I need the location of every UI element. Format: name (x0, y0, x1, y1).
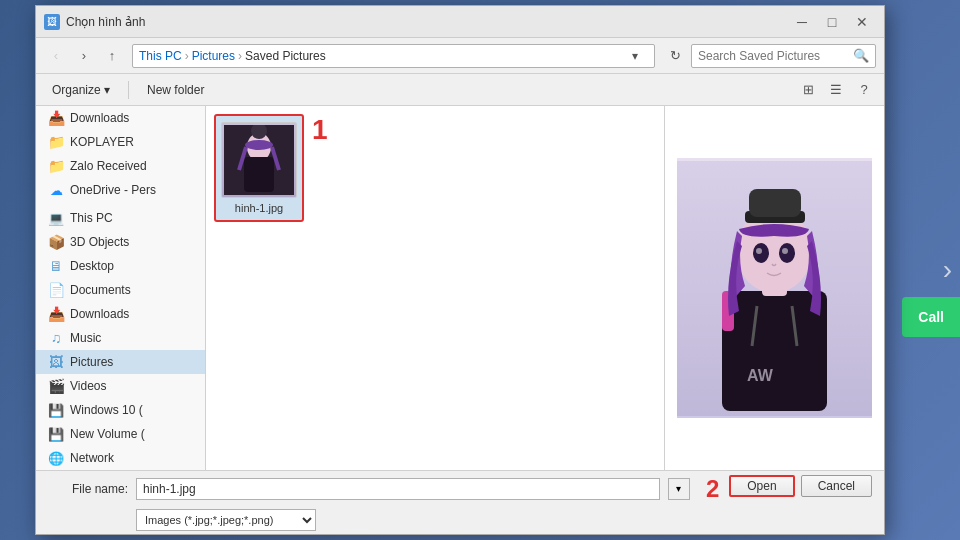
sidebar-label-desktop: Desktop (70, 259, 114, 273)
action-buttons: 2 Open Cancel (706, 475, 872, 503)
folder-icon: 📁 (48, 134, 64, 150)
sidebar-label-koplayer: KOPLAYER (70, 135, 134, 149)
help-button[interactable]: ? (852, 78, 876, 102)
folder-icon: 📁 (48, 158, 64, 174)
sidebar-item-3d-objects[interactable]: 📦 3D Objects (36, 230, 205, 254)
sidebar-label-onedrive: OneDrive - Pers (70, 183, 156, 197)
layout-button[interactable]: ☰ (824, 78, 848, 102)
filetype-select[interactable]: Images (*.jpg;*.jpeg;*.png) (136, 509, 316, 531)
back-button[interactable]: ‹ (44, 44, 68, 68)
open-button[interactable]: Open (729, 475, 794, 497)
title-bar: 🖼 Chọn hình ảnh ─ □ ✕ (36, 6, 884, 38)
list-item[interactable]: hinh-1.jpg (214, 114, 304, 222)
svg-point-20 (782, 248, 788, 254)
filename-dropdown-icon[interactable]: ▾ (668, 478, 690, 500)
filename-input[interactable] (136, 478, 660, 500)
right-arrow-icon[interactable]: › (943, 254, 952, 286)
up-button[interactable]: ↑ (100, 44, 124, 68)
cloud-icon: ☁ (48, 182, 64, 198)
preview-area: AW (664, 106, 884, 470)
search-input[interactable] (698, 49, 853, 63)
file-dialog: 🖼 Chọn hình ảnh ─ □ ✕ ‹ › ↑ This PC › Pi… (35, 5, 885, 535)
downloads-icon: 📥 (48, 306, 64, 322)
sidebar-label-network: Network (70, 451, 114, 465)
close-button[interactable]: ✕ (848, 11, 876, 33)
sidebar-item-music[interactable]: ♫ Music (36, 326, 205, 350)
maximize-button[interactable]: □ (818, 11, 846, 33)
toolbar-separator (128, 81, 129, 99)
address-bar[interactable]: This PC › Pictures › Saved Pictures ▾ (132, 44, 655, 68)
main-content: 📥 Downloads 📁 KOPLAYER 📁 Zalo Received ☁… (36, 106, 884, 470)
annotation-1: 1 (312, 114, 328, 146)
sidebar-label-downloads: Downloads (70, 307, 129, 321)
sidebar-item-this-pc[interactable]: 💻 This PC (36, 206, 205, 230)
bottom-bar: File name: ▾ 2 Open Cancel Images (*.jpg… (36, 470, 884, 534)
anime-preview: AW (677, 158, 872, 418)
sidebar-label-pictures: Pictures (70, 355, 113, 369)
sidebar-item-koplayer[interactable]: 📁 KOPLAYER (36, 130, 205, 154)
new-folder-button[interactable]: New folder (139, 80, 212, 100)
file-name-label: hinh-1.jpg (235, 202, 283, 214)
sidebar-item-pictures[interactable]: 🖼 Pictures (36, 350, 205, 374)
sidebar-item-downloads[interactable]: 📥 Downloads (36, 302, 205, 326)
music-icon: ♫ (48, 330, 64, 346)
network-icon: 🌐 (48, 450, 64, 466)
desktop-icon: 🖥 (48, 258, 64, 274)
annotation-2: 2 (706, 475, 719, 503)
minimize-button[interactable]: ─ (788, 11, 816, 33)
file-area: 1 (206, 106, 664, 470)
dialog-title: Chọn hình ảnh (66, 15, 788, 29)
breadcrumb-saved-pictures: Saved Pictures (245, 49, 326, 63)
pictures-icon: 🖼 (48, 354, 64, 370)
drive-icon-new: 💾 (48, 426, 64, 442)
sidebar-item-windows10[interactable]: 💾 Windows 10 ( (36, 398, 205, 422)
breadcrumb-this-pc[interactable]: This PC (139, 49, 182, 63)
filename-row: File name: ▾ 2 Open Cancel (48, 475, 872, 503)
svg-text:AW: AW (747, 367, 774, 384)
window-controls: ─ □ ✕ (788, 11, 876, 33)
refresh-button[interactable]: ↻ (663, 44, 687, 68)
sidebar-label-downloads-top: Downloads (70, 111, 129, 125)
filetype-row: Images (*.jpg;*.jpeg;*.png) (48, 509, 872, 531)
sidebar-label-windows10: Windows 10 ( (70, 403, 143, 417)
sidebar-item-documents[interactable]: 📄 Documents (36, 278, 205, 302)
sidebar-item-onedrive[interactable]: ☁ OneDrive - Pers (36, 178, 205, 202)
call-button[interactable]: Call (902, 297, 960, 337)
search-icon[interactable]: 🔍 (853, 48, 869, 63)
sidebar-label-videos: Videos (70, 379, 106, 393)
breadcrumb: This PC › Pictures › Saved Pictures (139, 49, 632, 63)
breadcrumb-pictures[interactable]: Pictures (192, 49, 235, 63)
svg-rect-16 (749, 189, 801, 217)
svg-point-19 (756, 248, 762, 254)
sidebar-label-3d-objects: 3D Objects (70, 235, 129, 249)
preview-image: AW (677, 158, 872, 418)
file-thumbnail (221, 122, 297, 198)
sidebar-item-zalo[interactable]: 📁 Zalo Received (36, 154, 205, 178)
sidebar-item-downloads-top[interactable]: 📥 Downloads (36, 106, 205, 130)
3d-objects-icon: 📦 (48, 234, 64, 250)
sidebar-label-music: Music (70, 331, 101, 345)
organize-button[interactable]: Organize ▾ (44, 80, 118, 100)
preview-svg: AW (677, 161, 872, 416)
sidebar-label-this-pc: This PC (70, 211, 113, 225)
drive-icon-c: 💾 (48, 402, 64, 418)
sidebar-label-zalo: Zalo Received (70, 159, 147, 173)
folder-icon: 📥 (48, 110, 64, 126)
svg-point-3 (245, 140, 273, 150)
sidebar-item-network[interactable]: 🌐 Network (36, 446, 205, 470)
view-toggle-button[interactable]: ⊞ (796, 78, 820, 102)
forward-button[interactable]: › (72, 44, 96, 68)
address-dropdown-icon[interactable]: ▾ (632, 49, 648, 63)
thumbnail-image (222, 123, 296, 197)
sidebar-item-videos[interactable]: 🎬 Videos (36, 374, 205, 398)
videos-icon: 🎬 (48, 378, 64, 394)
sidebar-label-new-volume: New Volume ( (70, 427, 145, 441)
search-bar: 🔍 (691, 44, 876, 68)
documents-icon: 📄 (48, 282, 64, 298)
sidebar-item-desktop[interactable]: 🖥 Desktop (36, 254, 205, 278)
navigation-bar: ‹ › ↑ This PC › Pictures › Saved Picture… (36, 38, 884, 74)
sidebar-item-new-volume[interactable]: 💾 New Volume ( (36, 422, 205, 446)
breadcrumb-sep1: › (185, 49, 189, 63)
svg-rect-2 (244, 157, 274, 192)
cancel-button[interactable]: Cancel (801, 475, 872, 497)
